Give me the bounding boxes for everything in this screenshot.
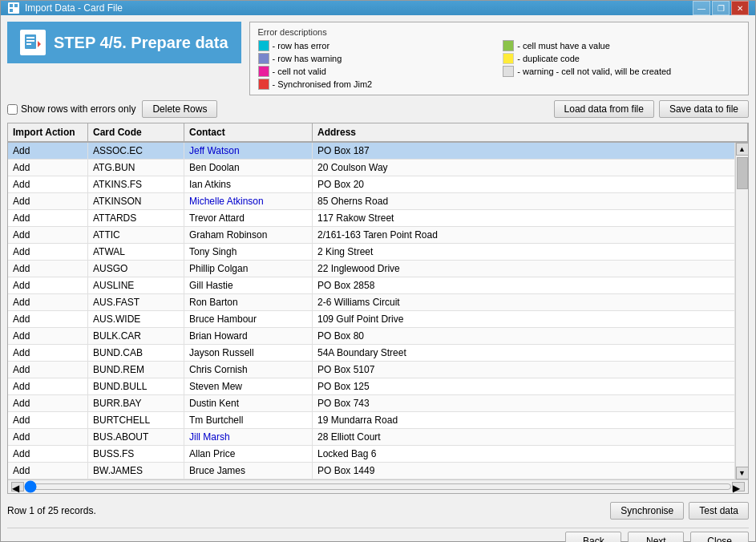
cell-action: Add [8,446,88,462]
test-data-button[interactable]: Test data [689,502,749,520]
cell-contact: Allan Price [184,446,313,462]
table-row[interactable]: AddBURTCHELLTm Burtchell19 Mundarra Road [8,412,735,429]
cell-contact: Ron Barton [184,294,313,310]
cell-address: PO Box 125 [313,378,735,394]
cell-address: 22 Inglewood Drive [313,261,735,277]
table-row[interactable]: AddBUS.ABOUTJill Marsh28 Elliott Court [8,429,735,446]
cell-address: PO Box 2858 [313,277,735,293]
scroll-right-arrow[interactable]: ▶ [732,482,745,491]
step-icon [20,30,46,55]
svg-rect-2 [14,4,18,7]
col-address: Address [313,123,748,141]
save-data-button[interactable]: Save data to file [659,100,749,118]
table-row[interactable]: AddATKINSONMichelle Atkinson85 Oherns Ro… [8,193,735,210]
horizontal-scrollbar[interactable] [24,482,732,491]
table-row[interactable]: AddATTICGraham Robinson2/161-163 Taren P… [8,227,735,244]
table-row[interactable]: AddATWALTony Singh2 King Street [8,244,735,261]
close-window-button[interactable]: ✕ [731,1,749,15]
scroll-down-arrow[interactable]: ▼ [736,467,749,479]
legend-color-sync [258,79,269,90]
legend-text-sync: - Synchronised from Jim2 [273,79,373,89]
cell-action: Add [8,294,88,310]
cell-contact: Graham Robinson [184,227,313,243]
table-body[interactable]: AddASSOC.ECJeff WatsonPO Box 187AddATG.B… [8,143,735,479]
minimize-button[interactable]: — [693,1,710,15]
table-row[interactable]: AddAUS.WIDEBruce Hambour109 Gulf Point D… [8,311,735,328]
legend-color-row-warning [258,53,269,64]
cell-address: PO Box 20 [313,176,735,192]
cell-code: BW.JAMES [88,463,184,479]
cell-contact: Bruce James [184,463,313,479]
scroll-thumb[interactable] [737,157,748,189]
table-row[interactable]: AddAUSLINEGill HastiePO Box 2858 [8,277,735,294]
legend-color-row-error [258,40,269,51]
cell-code: ATKINS.FS [88,176,184,192]
cell-contact: Bruce Hambour [184,311,313,327]
table-row[interactable]: AddAUSGOPhillip Colgan22 Inglewood Drive [8,261,735,277]
cell-code: ATKINSON [88,193,184,209]
table-row[interactable]: AddAUS.FASTRon Barton2-6 Williams Circui… [8,294,735,311]
cell-action: Add [8,227,88,243]
table-row[interactable]: AddATTARDSTrevor Attard117 Rakow Street [8,210,735,227]
table-row[interactable]: AddBUND.REMChris CornishPO Box 5107 [8,362,735,378]
cell-code: ATWAL [88,244,184,260]
window-title: Import Data - Card File [25,2,688,14]
cell-code: BUND.CAB [88,345,184,361]
cell-action: Add [8,210,88,226]
legend-item-sync: - Synchronised from Jim2 [258,79,740,90]
cell-code: BUSS.FS [88,446,184,462]
table-row[interactable]: AddBURR.BAYDustin KentPO Box 743 [8,395,735,412]
cell-action: Add [8,277,88,293]
cell-code: AUS.WIDE [88,311,184,327]
cell-address: PO Box 187 [313,143,735,159]
cell-address: 2/161-163 Taren Point Road [313,227,735,243]
synchronise-button[interactable]: Synchronise [610,502,684,520]
show-errors-label: Show rows with errors only [21,103,135,115]
svg-rect-3 [10,9,13,12]
cell-contact: Trevor Attard [184,210,313,226]
cell-action: Add [8,412,88,428]
legend-item-cell-must-have: - cell must have a value [503,40,740,51]
svg-rect-1 [10,4,13,7]
cell-action: Add [8,395,88,411]
load-data-button[interactable]: Load data from file [554,100,654,118]
cell-address: 109 Gulf Point Drive [313,311,735,327]
cell-code: ATG.BUN [88,160,184,176]
cell-action: Add [8,345,88,361]
scroll-left-arrow[interactable]: ◀ [11,482,24,491]
cell-contact: Gill Hastie [184,277,313,293]
restore-button[interactable]: ❐ [712,1,730,15]
cell-action: Add [8,193,88,209]
table-row[interactable]: AddASSOC.ECJeff WatsonPO Box 187 [8,143,735,160]
cell-contact: Tm Burtchell [184,412,313,428]
cell-action: Add [8,429,88,445]
legend-text-cell-not-valid: - cell not valid [273,67,326,76]
delete-rows-button[interactable]: Delete Rows [142,100,217,118]
vertical-scrollbar[interactable]: ▲ ▼ [735,143,748,479]
data-table: Import Action Card Code Contact Address … [7,123,749,494]
cell-contact: Tony Singh [184,244,313,260]
cell-address: 117 Rakow Street [313,210,735,226]
show-errors-checkbox-label[interactable]: Show rows with errors only [7,103,135,115]
cell-address: 28 Elliott Court [313,429,735,445]
close-button[interactable]: Close [690,532,749,542]
table-row[interactable]: AddBW.JAMESBruce JamesPO Box 1449 [8,463,735,479]
legend-title: Error descriptions [258,27,740,37]
table-row[interactable]: AddBULK.CARBrian HowardPO Box 80 [8,328,735,345]
show-errors-checkbox[interactable] [7,104,18,115]
table-row[interactable]: AddATG.BUNBen Doolan20 Coulson Way [8,160,735,176]
main-content: STEP 4/5. Prepare data Error description… [1,15,755,542]
cell-contact: Chris Cornish [184,362,313,378]
cell-contact: Michelle Atkinson [184,193,313,209]
scroll-up-arrow[interactable]: ▲ [736,143,749,156]
main-window: Import Data - Card File — ❐ ✕ STEP [0,0,756,542]
table-row[interactable]: AddBUSS.FSAllan PriceLocked Bag 6 [8,446,735,463]
table-row[interactable]: AddBUND.CABJayson Russell54A Boundary St… [8,345,735,362]
legend-item-cell-not-valid: - cell not valid [258,66,495,77]
back-button[interactable]: Back [565,532,621,542]
window-controls: — ❐ ✕ [693,1,749,15]
next-button[interactable]: Next [628,532,684,542]
table-row[interactable]: AddBUND.BULLSteven MewPO Box 125 [8,378,735,395]
title-bar: Import Data - Card File — ❐ ✕ [1,1,755,15]
table-row[interactable]: AddATKINS.FSIan AtkinsPO Box 20 [8,176,735,193]
